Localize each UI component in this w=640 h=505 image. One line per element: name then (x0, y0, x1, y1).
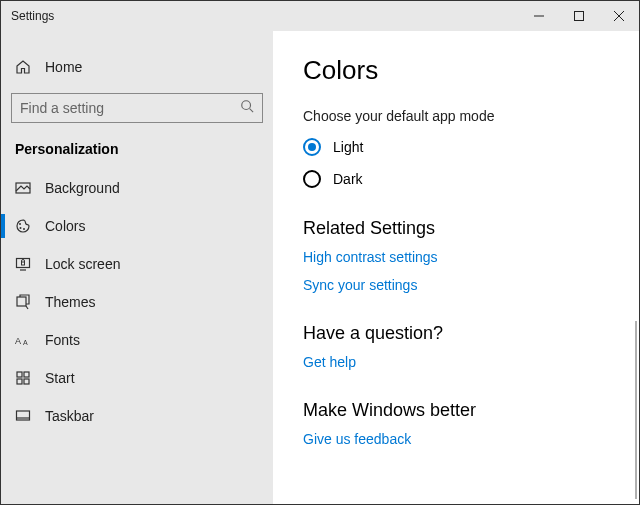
sidebar-item-lockscreen[interactable]: Lock screen (1, 245, 273, 283)
minimize-button[interactable] (519, 1, 559, 31)
svg-rect-12 (22, 262, 25, 265)
radio-label: Light (333, 139, 363, 155)
sidebar-item-label: Fonts (45, 332, 80, 348)
svg-point-7 (19, 223, 21, 225)
sidebar-item-themes[interactable]: Themes (1, 283, 273, 321)
themes-icon (15, 294, 31, 310)
main-area: Home Personalization Background (1, 31, 639, 504)
link-sync-settings[interactable]: Sync your settings (303, 277, 639, 293)
sidebar-item-label: Start (45, 370, 75, 386)
svg-rect-17 (24, 372, 29, 377)
sidebar-item-label: Colors (45, 218, 85, 234)
search-icon (240, 99, 254, 117)
svg-point-4 (242, 101, 251, 110)
sidebar-item-label: Background (45, 180, 120, 196)
sidebar-item-colors[interactable]: Colors (1, 207, 273, 245)
start-icon (15, 370, 31, 386)
svg-line-5 (250, 109, 254, 113)
close-button[interactable] (599, 1, 639, 31)
titlebar-controls (519, 1, 639, 31)
svg-rect-13 (17, 297, 26, 306)
titlebar: Settings (1, 1, 639, 31)
search-wrap (1, 83, 273, 137)
question-heading: Have a question? (303, 323, 639, 344)
svg-rect-16 (17, 372, 22, 377)
svg-point-8 (20, 227, 22, 229)
radio-label: Dark (333, 171, 363, 187)
svg-text:A: A (15, 336, 21, 346)
sidebar-item-label: Taskbar (45, 408, 94, 424)
picture-icon (15, 180, 31, 196)
mode-prompt: Choose your default app mode (303, 108, 639, 124)
sidebar-item-background[interactable]: Background (1, 169, 273, 207)
maximize-button[interactable] (559, 1, 599, 31)
link-get-help[interactable]: Get help (303, 354, 639, 370)
link-feedback[interactable]: Give us feedback (303, 431, 639, 447)
sidebar-home[interactable]: Home (1, 51, 273, 83)
page-title: Colors (303, 55, 639, 86)
search-box[interactable] (11, 93, 263, 123)
svg-rect-1 (575, 12, 584, 21)
fonts-icon: AA (15, 332, 31, 348)
sidebar: Home Personalization Background (1, 31, 273, 504)
palette-icon (15, 218, 31, 234)
sidebar-item-label: Lock screen (45, 256, 120, 272)
radio-icon-checked (303, 138, 321, 156)
sidebar-item-fonts[interactable]: AA Fonts (1, 321, 273, 359)
svg-rect-18 (17, 379, 22, 384)
search-input[interactable] (20, 100, 240, 116)
content-panel: Colors Choose your default app mode Ligh… (273, 31, 639, 504)
related-heading: Related Settings (303, 218, 639, 239)
sidebar-nav: Background Colors Lock screen Themes (1, 169, 273, 435)
radio-icon-unchecked (303, 170, 321, 188)
taskbar-icon (15, 408, 31, 424)
feedback-heading: Make Windows better (303, 400, 639, 421)
svg-rect-19 (24, 379, 29, 384)
window-title: Settings (1, 9, 54, 23)
svg-point-9 (23, 228, 25, 230)
sidebar-section-title: Personalization (1, 137, 273, 169)
svg-rect-20 (17, 411, 30, 420)
lockscreen-icon (15, 256, 31, 272)
home-icon (15, 59, 31, 75)
radio-dark[interactable]: Dark (303, 170, 639, 188)
sidebar-item-label: Themes (45, 294, 96, 310)
sidebar-item-start[interactable]: Start (1, 359, 273, 397)
radio-light[interactable]: Light (303, 138, 639, 156)
sidebar-home-label: Home (45, 59, 82, 75)
svg-text:A: A (23, 339, 28, 346)
link-high-contrast[interactable]: High contrast settings (303, 249, 639, 265)
scrollbar[interactable] (635, 321, 637, 499)
sidebar-item-taskbar[interactable]: Taskbar (1, 397, 273, 435)
